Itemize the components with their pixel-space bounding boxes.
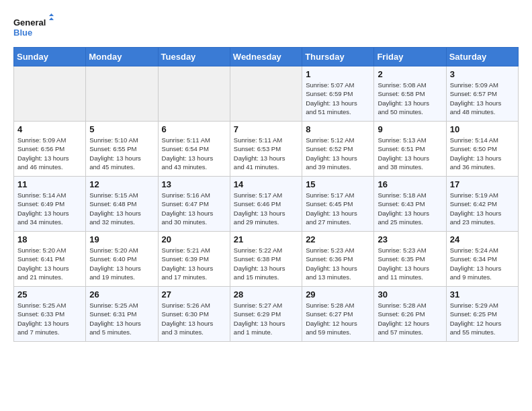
day-number: 26 <box>89 289 154 300</box>
day-number: 29 <box>306 289 370 300</box>
day-number: 25 <box>17 289 82 300</box>
day-info: Sunrise: 5:20 AM Sunset: 6:41 PM Dayligh… <box>17 246 82 281</box>
day-info: Sunrise: 5:25 AM Sunset: 6:31 PM Dayligh… <box>89 301 154 336</box>
calendar-day-cell: 27Sunrise: 5:26 AM Sunset: 6:30 PM Dayli… <box>158 287 230 342</box>
day-number: 20 <box>162 234 226 244</box>
weekday-header: Sunday <box>14 48 86 66</box>
day-number: 17 <box>450 179 515 189</box>
day-info: Sunrise: 5:07 AM Sunset: 6:59 PM Dayligh… <box>306 81 370 116</box>
day-number: 4 <box>17 124 82 134</box>
calendar-day-cell: 31Sunrise: 5:29 AM Sunset: 6:25 PM Dayli… <box>446 287 518 342</box>
day-info: Sunrise: 5:17 AM Sunset: 6:45 PM Dayligh… <box>306 191 370 226</box>
calendar-day-cell <box>14 66 86 122</box>
calendar-week-row: 25Sunrise: 5:25 AM Sunset: 6:33 PM Dayli… <box>14 287 519 342</box>
svg-text:General: General <box>13 17 46 28</box>
day-number: 18 <box>17 234 82 244</box>
calendar-day-cell: 25Sunrise: 5:25 AM Sunset: 6:33 PM Dayli… <box>14 287 86 342</box>
weekday-header: Wednesday <box>230 48 302 66</box>
weekday-header: Thursday <box>302 48 374 66</box>
calendar-day-cell <box>158 66 230 122</box>
calendar-day-cell: 17Sunrise: 5:19 AM Sunset: 6:42 PM Dayli… <box>446 177 518 232</box>
calendar-day-cell: 19Sunrise: 5:20 AM Sunset: 6:40 PM Dayli… <box>86 232 158 287</box>
day-info: Sunrise: 5:20 AM Sunset: 6:40 PM Dayligh… <box>89 246 154 281</box>
weekday-header: Saturday <box>446 48 518 66</box>
day-number: 28 <box>234 289 298 300</box>
calendar-day-cell: 11Sunrise: 5:14 AM Sunset: 6:49 PM Dayli… <box>14 177 86 232</box>
calendar-day-cell: 1Sunrise: 5:07 AM Sunset: 6:59 PM Daylig… <box>302 66 374 122</box>
calendar-week-row: 11Sunrise: 5:14 AM Sunset: 6:49 PM Dayli… <box>14 177 519 232</box>
day-info: Sunrise: 5:12 AM Sunset: 6:52 PM Dayligh… <box>306 136 370 171</box>
day-info: Sunrise: 5:23 AM Sunset: 6:36 PM Dayligh… <box>306 246 370 281</box>
calendar-day-cell: 4Sunrise: 5:09 AM Sunset: 6:56 PM Daylig… <box>14 122 86 177</box>
day-number: 22 <box>306 234 370 244</box>
day-info: Sunrise: 5:09 AM Sunset: 6:57 PM Dayligh… <box>450 81 515 116</box>
calendar-day-cell <box>230 66 302 122</box>
page-header: General Blue <box>13 13 519 40</box>
day-number: 11 <box>17 179 82 189</box>
day-info: Sunrise: 5:29 AM Sunset: 6:25 PM Dayligh… <box>450 301 515 336</box>
calendar-day-cell: 18Sunrise: 5:20 AM Sunset: 6:41 PM Dayli… <box>14 232 86 287</box>
day-info: Sunrise: 5:17 AM Sunset: 6:46 PM Dayligh… <box>234 191 298 226</box>
day-number: 27 <box>162 289 226 300</box>
calendar-day-cell: 23Sunrise: 5:23 AM Sunset: 6:35 PM Dayli… <box>374 232 446 287</box>
day-number: 3 <box>450 69 515 79</box>
calendar-day-cell <box>86 66 158 122</box>
day-info: Sunrise: 5:23 AM Sunset: 6:35 PM Dayligh… <box>378 246 442 281</box>
day-number: 9 <box>378 124 442 134</box>
day-number: 5 <box>89 124 154 134</box>
calendar-day-cell: 22Sunrise: 5:23 AM Sunset: 6:36 PM Dayli… <box>302 232 374 287</box>
day-number: 23 <box>378 234 442 244</box>
calendar-day-cell: 9Sunrise: 5:13 AM Sunset: 6:51 PM Daylig… <box>374 122 446 177</box>
day-number: 24 <box>450 234 515 244</box>
calendar-week-row: 1Sunrise: 5:07 AM Sunset: 6:59 PM Daylig… <box>14 66 519 122</box>
calendar-day-cell: 12Sunrise: 5:15 AM Sunset: 6:48 PM Dayli… <box>86 177 158 232</box>
day-info: Sunrise: 5:27 AM Sunset: 6:29 PM Dayligh… <box>234 301 298 336</box>
calendar-day-cell: 13Sunrise: 5:16 AM Sunset: 6:47 PM Dayli… <box>158 177 230 232</box>
calendar-day-cell: 30Sunrise: 5:28 AM Sunset: 6:26 PM Dayli… <box>374 287 446 342</box>
weekday-header: Tuesday <box>158 48 230 66</box>
day-number: 19 <box>89 234 154 244</box>
day-info: Sunrise: 5:24 AM Sunset: 6:34 PM Dayligh… <box>450 246 515 281</box>
day-info: Sunrise: 5:15 AM Sunset: 6:48 PM Dayligh… <box>89 191 154 226</box>
day-number: 14 <box>234 179 298 189</box>
day-info: Sunrise: 5:14 AM Sunset: 6:50 PM Dayligh… <box>450 136 515 171</box>
day-number: 21 <box>234 234 298 244</box>
calendar-week-row: 4Sunrise: 5:09 AM Sunset: 6:56 PM Daylig… <box>14 122 519 177</box>
day-info: Sunrise: 5:11 AM Sunset: 6:54 PM Dayligh… <box>162 136 226 171</box>
day-info: Sunrise: 5:09 AM Sunset: 6:56 PM Dayligh… <box>17 136 82 171</box>
calendar-day-cell: 8Sunrise: 5:12 AM Sunset: 6:52 PM Daylig… <box>302 122 374 177</box>
calendar-day-cell: 29Sunrise: 5:28 AM Sunset: 6:27 PM Dayli… <box>302 287 374 342</box>
day-info: Sunrise: 5:10 AM Sunset: 6:55 PM Dayligh… <box>89 136 154 171</box>
svg-marker-2 <box>49 13 54 16</box>
calendar-day-cell: 16Sunrise: 5:18 AM Sunset: 6:43 PM Dayli… <box>374 177 446 232</box>
weekday-header: Monday <box>86 48 158 66</box>
calendar-day-cell: 26Sunrise: 5:25 AM Sunset: 6:31 PM Dayli… <box>86 287 158 342</box>
day-info: Sunrise: 5:16 AM Sunset: 6:47 PM Dayligh… <box>162 191 226 226</box>
day-number: 7 <box>234 124 298 134</box>
day-info: Sunrise: 5:18 AM Sunset: 6:43 PM Dayligh… <box>378 191 442 226</box>
svg-text:Blue: Blue <box>13 28 32 38</box>
day-number: 15 <box>306 179 370 189</box>
calendar-body: 1Sunrise: 5:07 AM Sunset: 6:59 PM Daylig… <box>14 66 519 342</box>
day-number: 6 <box>162 124 226 134</box>
day-number: 12 <box>89 179 154 189</box>
day-number: 13 <box>162 179 226 189</box>
day-number: 1 <box>306 69 370 79</box>
day-number: 8 <box>306 124 370 134</box>
day-number: 31 <box>450 289 515 300</box>
calendar-day-cell: 28Sunrise: 5:27 AM Sunset: 6:29 PM Dayli… <box>230 287 302 342</box>
day-info: Sunrise: 5:26 AM Sunset: 6:30 PM Dayligh… <box>162 301 226 336</box>
day-info: Sunrise: 5:08 AM Sunset: 6:58 PM Dayligh… <box>378 81 442 116</box>
calendar-day-cell: 5Sunrise: 5:10 AM Sunset: 6:55 PM Daylig… <box>86 122 158 177</box>
day-number: 2 <box>378 69 442 79</box>
day-info: Sunrise: 5:28 AM Sunset: 6:26 PM Dayligh… <box>378 301 442 336</box>
calendar-week-row: 18Sunrise: 5:20 AM Sunset: 6:41 PM Dayli… <box>14 232 519 287</box>
calendar-day-cell: 21Sunrise: 5:22 AM Sunset: 6:38 PM Dayli… <box>230 232 302 287</box>
logo: General Blue <box>13 13 54 40</box>
calendar-day-cell: 15Sunrise: 5:17 AM Sunset: 6:45 PM Dayli… <box>302 177 374 232</box>
day-info: Sunrise: 5:14 AM Sunset: 6:49 PM Dayligh… <box>17 191 82 226</box>
calendar-header-row: SundayMondayTuesdayWednesdayThursdayFrid… <box>14 48 519 66</box>
calendar-day-cell: 14Sunrise: 5:17 AM Sunset: 6:46 PM Dayli… <box>230 177 302 232</box>
calendar-day-cell: 7Sunrise: 5:11 AM Sunset: 6:53 PM Daylig… <box>230 122 302 177</box>
calendar-day-cell: 20Sunrise: 5:21 AM Sunset: 6:39 PM Dayli… <box>158 232 230 287</box>
